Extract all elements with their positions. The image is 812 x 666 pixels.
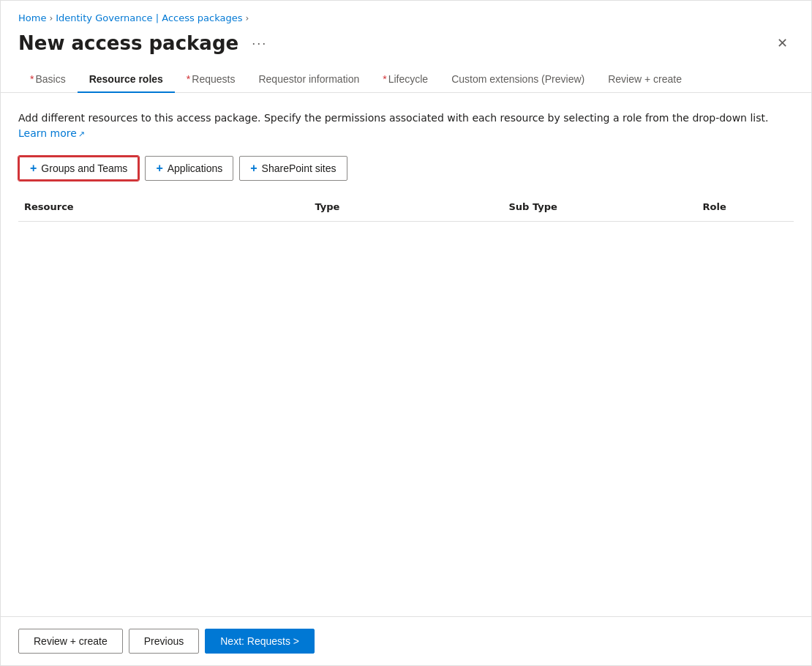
ellipsis-button[interactable]: ··· [247,34,271,53]
col-subtype: Sub Type [503,198,697,215]
resource-buttons: + Groups and Teams + Applications + Shar… [18,156,794,181]
breadcrumb-identity[interactable]: Identity Governance | Access packages [56,12,242,23]
tab-review-create[interactable]: Review + create [596,66,693,92]
groups-teams-label: Groups and Teams [41,162,127,174]
plus-icon-sharepoint: + [250,162,257,175]
breadcrumb-home[interactable]: Home [18,12,46,23]
breadcrumb: Home › Identity Governance | Access pack… [1,1,811,29]
tab-requestor-info[interactable]: Requestor information [247,66,371,92]
groups-teams-button[interactable]: + Groups and Teams [18,156,139,181]
page-container: Home › Identity Governance | Access pack… [0,0,812,666]
applications-label: Applications [168,162,223,174]
sharepoint-sites-label: SharePoint sites [262,162,337,174]
content-area: Add different resources to this access p… [1,93,811,616]
header-row: New access package ··· ✕ [1,29,811,66]
next-button[interactable]: Next: Requests > [205,629,315,654]
header-left: New access package ··· [18,32,271,54]
table-header: Resource Type Sub Type Role [18,192,794,222]
breadcrumb-sep2: › [246,13,249,23]
plus-icon-applications: + [156,162,162,175]
breadcrumb-sep1: › [49,13,53,23]
footer-bar: Review + create Previous Next: Requests … [1,616,811,665]
close-button[interactable]: ✕ [771,32,794,54]
page-title: New access package [18,32,238,54]
plus-icon-groups: + [30,162,37,175]
tab-custom-extensions[interactable]: Custom extensions (Preview) [440,66,596,92]
review-create-button[interactable]: Review + create [18,629,123,654]
tab-resource-roles[interactable]: Resource roles [78,66,175,92]
tab-basics[interactable]: Basics [18,66,78,92]
col-role: Role [697,198,794,215]
sharepoint-sites-button[interactable]: + SharePoint sites [239,156,347,181]
col-type: Type [309,198,503,215]
tabs-row: Basics Resource roles Requests Requestor… [1,66,811,93]
tab-requests[interactable]: Requests [175,66,247,92]
description-text: Add different resources to this access p… [18,111,794,141]
learn-more-link[interactable]: Learn more↗ [18,127,85,139]
previous-button[interactable]: Previous [129,629,199,654]
applications-button[interactable]: + Applications [145,156,233,181]
external-link-icon: ↗ [78,130,85,139]
col-resource: Resource [18,198,309,215]
tab-lifecycle[interactable]: Lifecycle [371,66,440,92]
